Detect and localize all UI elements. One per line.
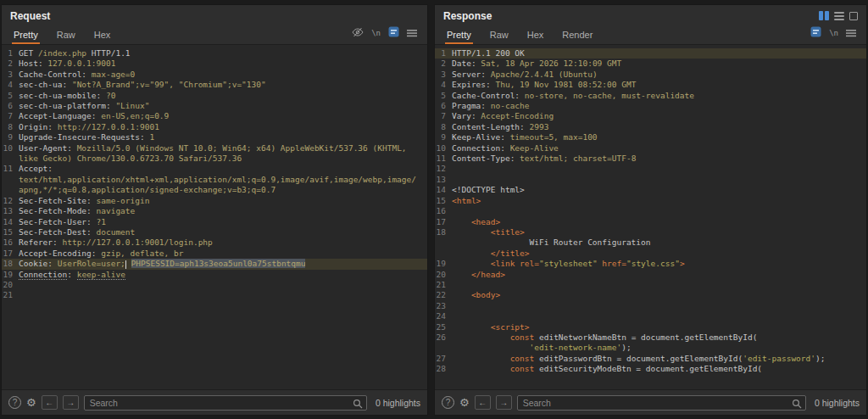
request-search-bar: ? ⚙ ← → 0 highlights: [2, 389, 427, 415]
tab-raw[interactable]: Raw: [488, 28, 510, 44]
response-panel-header: Response: [435, 5, 866, 26]
search-next-button[interactable]: →: [496, 395, 512, 410]
code-line: 18 <title> WiFi Router Configuration </t…: [435, 227, 866, 259]
code-line: 12: [435, 164, 866, 174]
search-icon[interactable]: [353, 397, 363, 412]
code-line: 13: [435, 175, 866, 185]
response-highlights-count: 0 highlights: [815, 398, 860, 408]
code-line: 11Accept:text/html,application/xhtml+xml…: [2, 164, 427, 195]
syntax-highlight-icon[interactable]: [810, 25, 821, 41]
code-line: 26 const editNetworkNameBtn = document.g…: [435, 332, 866, 354]
eye-off-icon[interactable]: [352, 25, 364, 41]
menu-icon[interactable]: [846, 25, 856, 41]
syntax-highlight-icon[interactable]: [388, 25, 399, 41]
code-line: 21: [2, 290, 427, 300]
code-line: 4sec-ch-ua: "Not?A_Brand";v="99", "Chrom…: [2, 80, 427, 90]
code-line: 9Upgrade-Insecure-Requests: 1: [2, 132, 427, 142]
code-line: 17 <head>: [435, 217, 866, 227]
code-line: 24: [435, 311, 866, 321]
code-line: 5Cache-Control: no-store, no-cache, must…: [435, 91, 866, 101]
code-line: 19 <link rel="stylesheet" href="style.cs…: [435, 259, 866, 269]
code-line: 21: [435, 280, 866, 290]
code-line: 22 <body>: [435, 290, 866, 300]
code-line: 11Content-Type: text/html; charset=UTF-8: [435, 154, 866, 164]
code-line: 6sec-ch-ua-platform: "Linux": [2, 101, 427, 111]
newline-icon[interactable]: \n: [371, 29, 381, 37]
code-line: 9Keep-Alive: timeout=5, max=100: [435, 132, 866, 142]
code-line: 5sec-ch-ua-mobile: ?0: [2, 91, 427, 101]
response-editor[interactable]: 1HTTP/1.1 200 OK2Date: Sat, 18 Apr 2026 …: [435, 45, 866, 389]
search-settings-gear-icon[interactable]: ⚙: [459, 397, 470, 408]
tab-pretty[interactable]: Pretty: [445, 28, 473, 44]
code-line: 3Cache-Control: max-age=0: [2, 70, 427, 80]
code-line: 27 const editPasswordBtn = document.getE…: [435, 354, 866, 364]
code-line: 6Pragma: no-cache: [435, 101, 866, 111]
code-line: 17Accept-Encoding: gzip, deflate, br: [2, 249, 427, 259]
code-line: 16Referer: http://127.0.0.1:9001/login.p…: [2, 237, 427, 248]
search-help-icon[interactable]: ?: [8, 396, 21, 409]
code-line: 2Host: 127.0.0.1:9001: [2, 59, 427, 69]
request-editor[interactable]: 1GET /index.php HTTP/1.12Host: 127.0.0.1…: [2, 45, 427, 389]
code-line: 10User-Agent: Mozilla/5.0 (Windows NT 10…: [2, 143, 427, 165]
split-rows-icon[interactable]: [834, 10, 844, 22]
code-line: 7Vary: Accept-Encoding: [435, 111, 866, 121]
code-line: 15Sec-Fetch-Dest: document: [2, 227, 427, 237]
response-tabs: Pretty Raw Hex Render \n: [435, 26, 866, 45]
code-line: 8Content-Length: 2993: [435, 122, 866, 132]
search-help-icon[interactable]: ?: [442, 396, 454, 409]
request-panel: Request Pretty Raw Hex \n: [1, 4, 428, 416]
code-line: 25 <script>: [435, 322, 866, 332]
code-line: 7Accept-Language: en-US,en;q=0.9: [2, 111, 427, 121]
code-line: 2Date: Sat, 18 Apr 2026 12:10:09 GMT: [435, 59, 866, 69]
search-prev-button[interactable]: ←: [475, 395, 491, 410]
code-line: 13Sec-Fetch-Mode: navigate: [2, 206, 427, 216]
request-highlights-count: 0 highlights: [376, 398, 420, 408]
code-line: 20: [2, 280, 427, 290]
response-search-input[interactable]: [517, 395, 806, 411]
search-icon[interactable]: [792, 397, 802, 412]
single-panel-icon[interactable]: [849, 12, 858, 20]
tab-pretty[interactable]: Pretty: [12, 28, 40, 44]
menu-icon[interactable]: [407, 25, 417, 41]
tab-render[interactable]: Render: [560, 28, 594, 44]
request-panel-header: Request: [2, 5, 427, 26]
tab-raw[interactable]: Raw: [55, 28, 77, 44]
code-line: 3Server: Apache/2.4.41 (Ubuntu): [435, 70, 866, 80]
response-panel-title: Response: [443, 10, 492, 22]
code-line: 8Origin: http://127.0.0.1:9001: [2, 122, 427, 132]
message-editor-window: Request Pretty Raw Hex \n: [0, 0, 868, 417]
code-line: 1GET /index.php HTTP/1.1: [2, 48, 427, 59]
code-line: 19Connection: keep-alive: [2, 270, 427, 280]
tab-hex[interactable]: Hex: [526, 28, 546, 44]
request-tabs: Pretty Raw Hex \n: [2, 26, 427, 45]
code-line: 10Connection: Keep-Alive: [435, 143, 866, 154]
search-next-button[interactable]: →: [63, 395, 79, 410]
code-line: 28 const editSecurityModeBtn = document.…: [435, 364, 866, 374]
code-line: 23: [435, 301, 866, 311]
search-prev-button[interactable]: ←: [42, 395, 58, 410]
code-line: 15<html>: [435, 196, 866, 206]
code-line: 4Expires: Thu, 19 Nov 1981 08:52:00 GMT: [435, 80, 866, 90]
newline-icon[interactable]: \n: [829, 29, 838, 37]
search-settings-gear-icon[interactable]: ⚙: [26, 397, 36, 408]
request-panel-title: Request: [10, 10, 50, 22]
tab-hex[interactable]: Hex: [92, 28, 113, 44]
code-line: 12Sec-Fetch-Site: same-origin: [2, 196, 427, 206]
response-panel: Response Pretty Raw Hex Render: [434, 4, 867, 416]
response-search-bar: ? ⚙ ← → 0 highlights: [435, 389, 866, 415]
code-line: 14<!DOCTYPE html>: [435, 185, 866, 195]
code-line: 14Sec-Fetch-User: ?1: [2, 217, 427, 227]
code-line: 18Cookie: UserRole=user; PHPSESSID=aph13…: [2, 259, 427, 269]
split-columns-icon[interactable]: [819, 11, 829, 20]
code-line: 20 </head>: [435, 270, 866, 280]
request-search-input[interactable]: [84, 395, 367, 411]
code-line: 16: [435, 206, 866, 216]
code-line: 1HTTP/1.1 200 OK: [435, 48, 866, 59]
